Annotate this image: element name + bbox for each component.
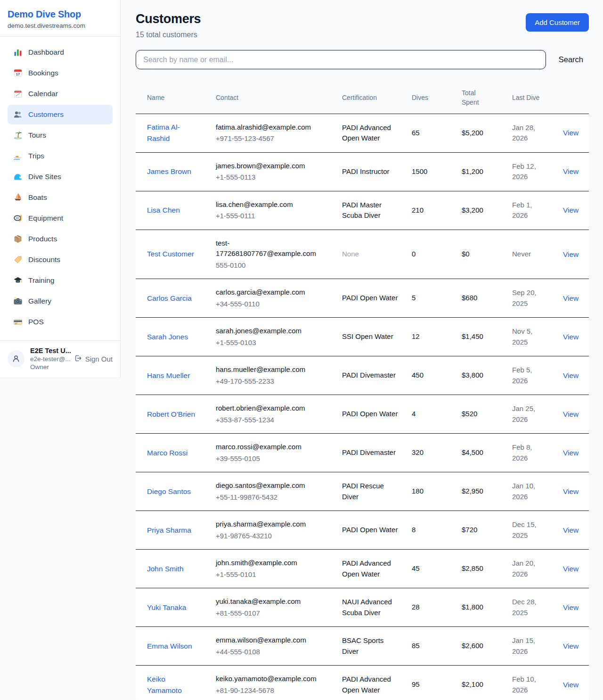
customer-phone: +49-170-555-2233 xyxy=(216,376,323,387)
certification: PADI Divemaster xyxy=(342,448,396,456)
sidebar-item-gallery[interactable]: Gallery xyxy=(8,291,113,311)
customer-name-link[interactable]: Test Customer xyxy=(147,248,194,260)
certification: PADI Advanced Open Water xyxy=(342,559,391,578)
view-link[interactable]: View xyxy=(563,206,579,214)
customer-name-link[interactable]: Diego Santos xyxy=(147,486,191,497)
column-header-dives: Dives xyxy=(412,82,462,114)
dives-count: 1500 xyxy=(412,152,462,191)
brand[interactable]: Demo Dive Shop xyxy=(8,9,113,20)
customer-name-link[interactable]: Emma Wilson xyxy=(147,641,192,652)
customer-phone: +971-55-123-4567 xyxy=(216,133,323,144)
search-button[interactable]: Search xyxy=(559,55,583,64)
last-dive: Feb 8, 2026 xyxy=(512,443,532,462)
sidebar-item-boats[interactable]: Boats xyxy=(8,188,113,207)
people-icon xyxy=(13,110,23,119)
sidebar-item-training[interactable]: Training xyxy=(8,271,113,290)
last-dive: Jan 25, 2026 xyxy=(512,404,535,423)
customer-name-link[interactable]: Hans Mueller xyxy=(147,370,190,381)
view-link[interactable]: View xyxy=(563,410,579,418)
customer-email: emma.wilson@example.com xyxy=(216,635,323,646)
customer-name-link[interactable]: Priya Sharma xyxy=(147,525,191,536)
certification: PADI Master Scuba Diver xyxy=(342,201,382,220)
sign-out-button[interactable]: Sign Out xyxy=(73,354,113,364)
customer-phone: +55-11-99876-5432 xyxy=(216,492,323,503)
sidebar-item-products[interactable]: Products xyxy=(8,229,113,249)
customers-table: NameContactCertificationDivesTotal Spent… xyxy=(136,82,589,700)
camera-icon xyxy=(13,296,23,306)
dives-count: 45 xyxy=(412,550,462,588)
brand-domain: demo.test.divestreams.com xyxy=(8,22,113,29)
sidebar-item-trips[interactable]: Trips xyxy=(8,146,113,166)
customer-phone: +81-90-1234-5678 xyxy=(216,685,323,696)
table-row: Priya Sharmapriya.sharma@example.com+91-… xyxy=(136,511,589,550)
customer-name-link[interactable]: Keiko Yamamoto xyxy=(147,674,199,696)
search-input[interactable] xyxy=(136,50,546,69)
customer-phone: 555-0100 xyxy=(216,260,323,271)
sidebar-item-discounts[interactable]: Discounts xyxy=(8,250,113,270)
certification: NAUI Advanced Scuba Diver xyxy=(342,598,392,617)
table-row: Fatima Al-Rashidfatima.alrashid@example.… xyxy=(136,114,589,152)
calendar-date-icon: 17 xyxy=(13,68,23,78)
sidebar-item-equipment[interactable]: Equipment xyxy=(8,208,113,228)
sidebar-item-label: Discounts xyxy=(28,255,60,264)
certification: BSAC Sports Diver xyxy=(342,636,383,655)
total-spent: $1,800 xyxy=(462,588,512,627)
sidebar-item-calendar[interactable]: Calendar xyxy=(8,84,113,104)
view-link[interactable]: View xyxy=(563,129,579,137)
view-link[interactable]: View xyxy=(563,681,579,689)
view-link[interactable]: View xyxy=(563,526,579,534)
view-link[interactable]: View xyxy=(563,449,579,457)
certification: SSI Open Water xyxy=(342,332,393,340)
last-dive: Nov 5, 2025 xyxy=(512,327,532,346)
customer-email: test-1772681807767@example.com xyxy=(216,238,323,259)
view-link[interactable]: View xyxy=(563,250,579,258)
total-spent: $1,200 xyxy=(462,152,512,191)
customer-name-link[interactable]: Robert O'Brien xyxy=(147,409,195,420)
last-dive: Feb 12, 2026 xyxy=(512,162,536,181)
column-header-certification: Certification xyxy=(342,82,412,114)
table-row: Hans Muellerhans.mueller@example.com+49-… xyxy=(136,356,589,395)
table-row: John Smithjohn.smith@example.com+1-555-0… xyxy=(136,550,589,588)
dives-count: 210 xyxy=(412,191,462,230)
customer-name-link[interactable]: John Smith xyxy=(147,563,184,575)
total-spent: $2,600 xyxy=(462,627,512,666)
column-header-contact: Contact xyxy=(216,82,342,114)
view-link[interactable]: View xyxy=(563,167,579,175)
sidebar-item-dive-sites[interactable]: Dive Sites xyxy=(8,167,113,187)
customer-phone: +81-555-0107 xyxy=(216,608,323,619)
customer-name-link[interactable]: Sarah Jones xyxy=(147,331,188,343)
add-customer-button[interactable]: Add Customer xyxy=(526,13,589,32)
view-link[interactable]: View xyxy=(563,294,579,302)
sidebar-item-customers[interactable]: Customers xyxy=(8,105,113,124)
sidebar-item-bookings[interactable]: 17Bookings xyxy=(8,63,113,83)
customer-email: fatima.alrashid@example.com xyxy=(216,122,323,133)
page-header: Customers 15 total customers Add Custome… xyxy=(136,12,589,39)
customer-name-link[interactable]: Yuki Tanaka xyxy=(147,602,186,613)
customer-name-link[interactable]: Carlos Garcia xyxy=(147,293,192,304)
customer-name-link[interactable]: Fatima Al-Rashid xyxy=(147,122,199,144)
customer-name-link[interactable]: James Brown xyxy=(147,166,191,177)
last-dive: Feb 10, 2026 xyxy=(512,675,536,694)
sidebar-item-label: Equipment xyxy=(28,214,63,222)
certification: PADI Instructor xyxy=(342,167,390,175)
view-link[interactable]: View xyxy=(563,642,579,650)
column-header-total-spent: Total Spent xyxy=(462,82,512,114)
view-link[interactable]: View xyxy=(563,565,579,573)
sidebar-item-label: Customers xyxy=(28,110,64,119)
person-icon xyxy=(11,354,21,363)
sidebar-item-dashboard[interactable]: Dashboard xyxy=(8,42,113,62)
customer-name-link[interactable]: Lisa Chen xyxy=(147,205,180,216)
view-link[interactable]: View xyxy=(563,603,579,611)
customer-phone: +34-555-0110 xyxy=(216,299,323,310)
sidebar-item-pos[interactable]: POS xyxy=(8,312,113,332)
dives-count: 28 xyxy=(412,588,462,627)
certification: PADI Open Water xyxy=(342,294,398,302)
sidebar-item-label: Dive Sites xyxy=(28,173,61,181)
view-link[interactable]: View xyxy=(563,371,579,379)
customer-email: robert.obrien@example.com xyxy=(216,403,323,414)
sidebar-item-tours[interactable]: Tours xyxy=(8,125,113,145)
view-link[interactable]: View xyxy=(563,333,579,341)
customer-name-link[interactable]: Marco Rossi xyxy=(147,447,187,459)
view-link[interactable]: View xyxy=(563,487,579,495)
customer-email: marco.rossi@example.com xyxy=(216,442,323,453)
